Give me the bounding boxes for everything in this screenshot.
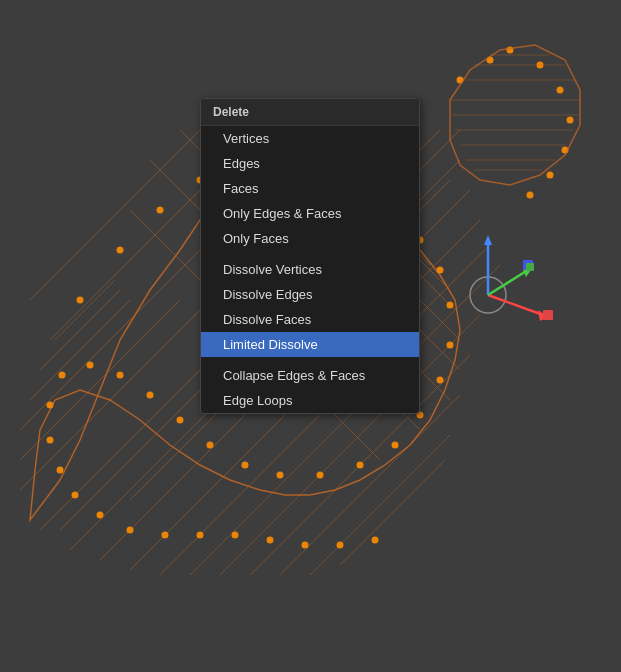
- svg-point-64: [127, 527, 134, 534]
- menu-item-faces[interactable]: Faces: [201, 176, 419, 201]
- svg-point-51: [277, 472, 284, 479]
- menu-item-dissolve-vertices[interactable]: Dissolve Vertices: [201, 257, 419, 282]
- svg-point-66: [197, 532, 204, 539]
- svg-point-43: [437, 267, 444, 274]
- svg-point-76: [557, 87, 564, 94]
- menu-item-limited-dissolve[interactable]: Limited Dissolve: [201, 332, 419, 357]
- menu-item-only-faces[interactable]: Only Faces: [201, 226, 419, 251]
- svg-point-70: [337, 542, 344, 549]
- menu-item-edges[interactable]: Edges: [201, 151, 419, 176]
- svg-point-33: [77, 297, 84, 304]
- menu-item-collapse-edges-faces[interactable]: Collapse Edges & Faces: [201, 363, 419, 388]
- svg-point-58: [59, 372, 66, 379]
- menu-item-vertices[interactable]: Vertices: [201, 126, 419, 151]
- svg-point-61: [57, 467, 64, 474]
- svg-point-65: [162, 532, 169, 539]
- svg-rect-97: [543, 310, 553, 320]
- svg-point-54: [177, 417, 184, 424]
- svg-point-50: [317, 472, 324, 479]
- svg-point-68: [267, 537, 274, 544]
- svg-point-45: [447, 342, 454, 349]
- svg-point-48: [392, 442, 399, 449]
- svg-point-79: [547, 172, 554, 179]
- svg-point-63: [97, 512, 104, 519]
- svg-rect-99: [526, 263, 534, 271]
- svg-point-34: [117, 247, 124, 254]
- menu-item-dissolve-edges[interactable]: Dissolve Edges: [201, 282, 419, 307]
- menu-item-edge-loops[interactable]: Edge Loops: [201, 388, 419, 413]
- context-menu: Delete Vertices Edges Faces Only Edges &…: [200, 98, 420, 414]
- svg-point-59: [47, 402, 54, 409]
- svg-point-56: [117, 372, 124, 379]
- svg-point-35: [157, 207, 164, 214]
- svg-point-52: [242, 462, 249, 469]
- svg-point-62: [72, 492, 79, 499]
- menu-title: Delete: [201, 99, 419, 126]
- svg-point-67: [232, 532, 239, 539]
- svg-point-71: [372, 537, 379, 544]
- svg-point-44: [447, 302, 454, 309]
- svg-point-80: [527, 192, 534, 199]
- svg-point-57: [87, 362, 94, 369]
- menu-item-only-edges-faces[interactable]: Only Edges & Faces: [201, 201, 419, 226]
- svg-point-60: [47, 437, 54, 444]
- svg-point-53: [207, 442, 214, 449]
- svg-point-49: [357, 462, 364, 469]
- svg-point-46: [437, 377, 444, 384]
- svg-point-77: [567, 117, 574, 124]
- svg-point-55: [147, 392, 154, 399]
- menu-item-dissolve-faces[interactable]: Dissolve Faces: [201, 307, 419, 332]
- svg-point-69: [302, 542, 309, 549]
